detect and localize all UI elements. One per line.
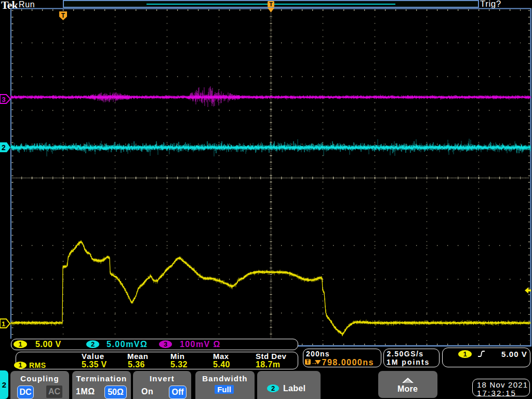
svg-text:T: T <box>61 12 65 19</box>
svg-text:2: 2 <box>2 143 6 152</box>
svg-text:1: 1 <box>2 320 5 328</box>
svg-text:3: 3 <box>2 96 5 103</box>
